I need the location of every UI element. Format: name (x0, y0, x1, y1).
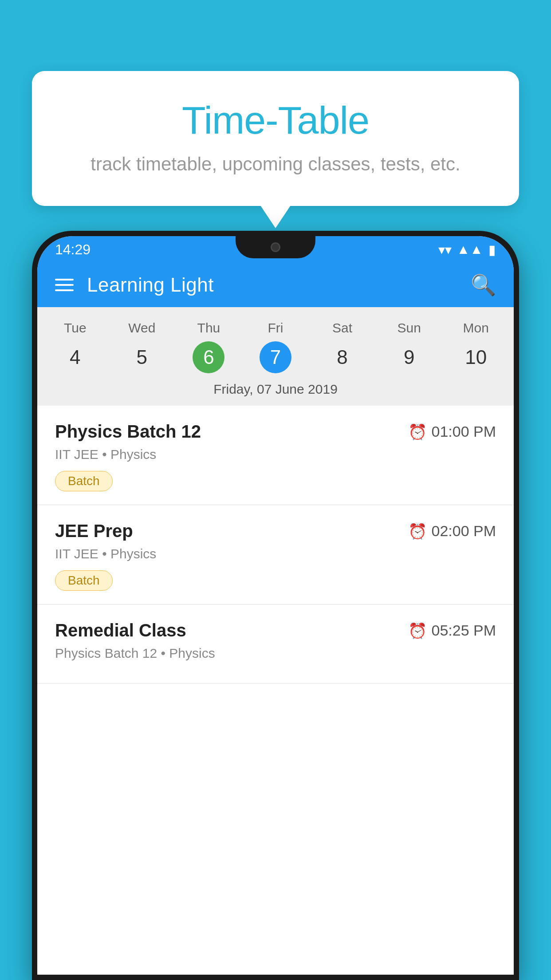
class-meta-2: IIT JEE • Physics (55, 546, 496, 561)
front-camera (271, 242, 280, 252)
app-title: Learning Light (87, 274, 457, 296)
calendar-strip: Tue Wed Thu Fri Sat Sun Mon 4 5 6 7 8 9 … (37, 307, 514, 406)
day-4[interactable]: 4 (42, 340, 109, 375)
class-item-physics-batch-12[interactable]: Physics Batch 12 ⏰ 01:00 PM IIT JEE • Ph… (37, 406, 514, 505)
day-5[interactable]: 5 (109, 340, 176, 375)
status-icons: ▾▾ ▲▲ ▮ (438, 242, 496, 257)
status-time: 14:29 (55, 241, 91, 258)
selected-date: Friday, 07 June 2019 (37, 375, 514, 406)
class-meta-3: Physics Batch 12 • Physics (55, 646, 496, 661)
battery-icon: ▮ (488, 242, 496, 257)
class-meta-1: IIT JEE • Physics (55, 447, 496, 462)
day-header-sat: Sat (309, 316, 376, 340)
day-header-fri: Fri (242, 316, 309, 340)
clock-icon-1: ⏰ (408, 423, 427, 441)
day-8[interactable]: 8 (309, 340, 376, 375)
class-item-remedial[interactable]: Remedial Class ⏰ 05:25 PM Physics Batch … (37, 605, 514, 684)
class-time-1: ⏰ 01:00 PM (408, 423, 496, 441)
day-headers: Tue Wed Thu Fri Sat Sun Mon (37, 316, 514, 340)
speech-bubble: Time-Table track timetable, upcoming cla… (32, 71, 519, 206)
class-name-3: Remedial Class (55, 620, 186, 640)
day-7-selected[interactable]: 7 (260, 341, 291, 373)
class-item-header-1: Physics Batch 12 ⏰ 01:00 PM (55, 422, 496, 442)
class-time-value-1: 01:00 PM (431, 423, 496, 440)
class-time-value-3: 05:25 PM (431, 622, 496, 639)
clock-icon-2: ⏰ (408, 522, 427, 540)
batch-badge-2: Batch (55, 570, 113, 591)
class-name-2: JEE Prep (55, 521, 133, 541)
wifi-icon: ▾▾ (438, 242, 452, 257)
phone-inner: 14:29 ▾▾ ▲▲ ▮ Learning Light 🔍 (37, 236, 514, 975)
day-10[interactable]: 10 (442, 340, 509, 375)
class-list: Physics Batch 12 ⏰ 01:00 PM IIT JEE • Ph… (37, 406, 514, 975)
bubble-subtitle: track timetable, upcoming classes, tests… (63, 154, 488, 175)
class-time-3: ⏰ 05:25 PM (408, 622, 496, 640)
day-header-sun: Sun (376, 316, 443, 340)
day-header-tue: Tue (42, 316, 109, 340)
class-time-value-2: 02:00 PM (431, 522, 496, 540)
day-6-today[interactable]: 6 (193, 341, 224, 373)
phone-frame: 14:29 ▾▾ ▲▲ ▮ Learning Light 🔍 (32, 231, 519, 980)
search-icon[interactable]: 🔍 (471, 273, 496, 297)
day-header-wed: Wed (109, 316, 176, 340)
class-time-2: ⏰ 02:00 PM (408, 522, 496, 540)
class-item-header-3: Remedial Class ⏰ 05:25 PM (55, 620, 496, 640)
day-9[interactable]: 9 (376, 340, 443, 375)
class-item-jee-prep[interactable]: JEE Prep ⏰ 02:00 PM IIT JEE • Physics Ba… (37, 505, 514, 605)
class-name-1: Physics Batch 12 (55, 422, 201, 442)
clock-icon-3: ⏰ (408, 622, 427, 640)
notch (236, 236, 315, 258)
signal-icon: ▲▲ (457, 242, 483, 257)
app-bar: Learning Light 🔍 (37, 263, 514, 307)
day-header-mon: Mon (442, 316, 509, 340)
day-header-thu: Thu (175, 316, 242, 340)
bubble-title: Time-Table (63, 98, 488, 143)
day-numbers: 4 5 6 7 8 9 10 (37, 340, 514, 375)
class-item-header-2: JEE Prep ⏰ 02:00 PM (55, 521, 496, 541)
hamburger-menu[interactable] (55, 279, 74, 291)
batch-badge-1: Batch (55, 471, 113, 491)
